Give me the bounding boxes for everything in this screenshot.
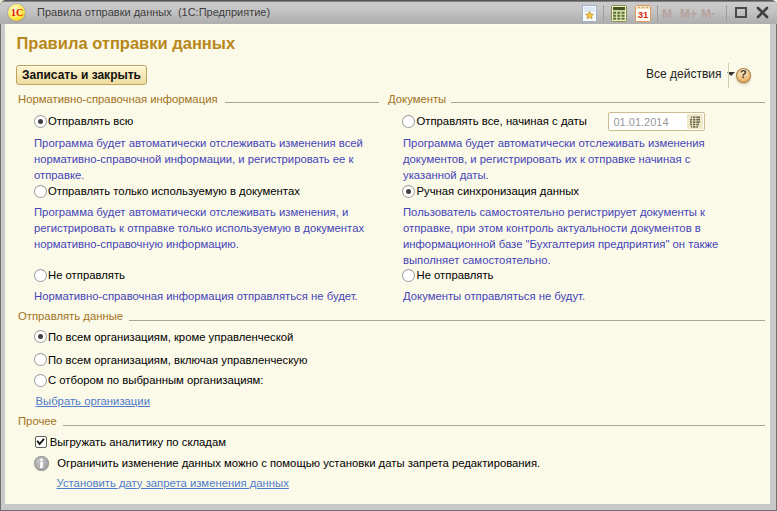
svg-text:31: 31 bbox=[638, 9, 649, 20]
